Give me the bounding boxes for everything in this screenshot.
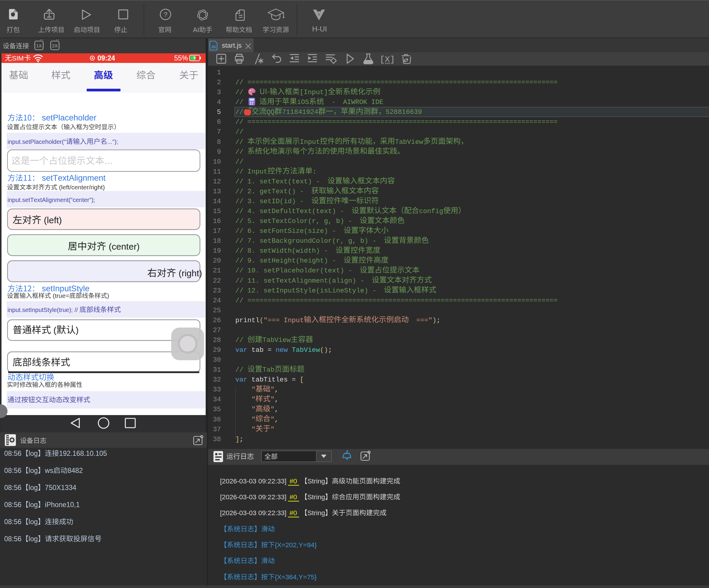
svg-text:19: 19 xyxy=(213,247,221,255)
svg-text:H-UI: H-UI xyxy=(312,25,327,33)
svg-text:1.: 1. xyxy=(247,178,256,186)
svg-text:26: 26 xyxy=(213,317,221,324)
svg-text:==============================: ========================================… xyxy=(247,79,558,86)
svg-text:20: 20 xyxy=(213,257,221,265)
svg-text:setBackgroundColor(r,: setBackgroundColor(r, xyxy=(260,237,344,245)
svg-text:#0: #0 xyxy=(290,493,297,501)
svg-text:28: 28 xyxy=(213,336,221,344)
svg-text:[2026-03-03: [2026-03-03 xyxy=(220,477,256,485)
svg-text:==============================: ========================================… xyxy=(247,118,558,126)
svg-text:(): () xyxy=(320,346,328,354)
svg-text:setTextColor(r,: setTextColor(r, xyxy=(260,217,320,225)
svg-text:-: - xyxy=(332,257,336,265)
svg-text:14: 14 xyxy=(213,197,221,205)
svg-text:32: 32 xyxy=(213,376,221,383)
svg-text:711841924: 711841924 xyxy=(282,108,318,116)
svg-text:09:22:33]: 09:22:33] xyxy=(258,509,287,517)
svg-text:input.setInputStyle(true);: input.setInputStyle(true); xyxy=(7,306,73,313)
svg-text://: // xyxy=(235,247,243,255)
svg-text:...");: ..."); xyxy=(107,138,118,145)
svg-text:g,: g, xyxy=(324,217,332,225)
svg-text:": " xyxy=(252,405,256,413)
svg-text:12: 12 xyxy=(213,178,221,186)
svg-text:-: - xyxy=(332,227,336,235)
svg-text:log: log xyxy=(28,518,38,526)
svg-text:b): b) xyxy=(336,217,344,225)
svg-text:start.js: start.js xyxy=(222,42,242,49)
svg-text:1X: 1X xyxy=(36,43,42,48)
svg-text:21: 21 xyxy=(213,267,221,274)
svg-text:09:22:33]: 09:22:33] xyxy=(258,477,287,485)
svg-text://: // xyxy=(235,138,243,146)
svg-text:TabView: TabView xyxy=(395,138,424,146)
svg-text://: // xyxy=(235,227,243,235)
svg-text:String: String xyxy=(308,509,325,517)
svg-text:1: 1 xyxy=(217,69,221,76)
svg-text:08:56: 08:56 xyxy=(4,466,22,474)
svg-text:{X=364,Y=75}: {X=364,Y=75} xyxy=(274,573,317,581)
svg-text:Tab: Tab xyxy=(262,366,274,374)
svg-text:log: log xyxy=(28,535,38,543)
svg-text:iOS: iOS xyxy=(297,98,309,106)
svg-text:10: 10 xyxy=(213,158,221,166)
svg-text:ws: ws xyxy=(45,466,53,474)
svg-text:": " xyxy=(270,416,274,424)
svg-text:Input: Input xyxy=(284,317,304,324)
svg-text:,: , xyxy=(274,386,279,394)
svg-text://: // xyxy=(235,79,243,86)
svg-text:===": ===" xyxy=(416,317,432,324)
svg-text://: // xyxy=(235,207,243,215)
svg-text:7: 7 xyxy=(217,128,221,136)
svg-text:09:24: 09:24 xyxy=(98,54,115,62)
svg-text:=: = xyxy=(268,346,271,354)
svg-text:new: new xyxy=(275,346,288,354)
svg-text:setInputStyle: setInputStyle xyxy=(42,284,89,293)
svg-text://: // xyxy=(235,217,243,225)
svg-text:": " xyxy=(252,426,256,433)
svg-text:-: - xyxy=(316,178,320,186)
svg-text:"===: "=== xyxy=(264,317,280,324)
svg-text:-: - xyxy=(300,197,304,205)
svg-text:": " xyxy=(252,396,256,403)
svg-text:(: ( xyxy=(260,317,264,324)
svg-text://: // xyxy=(235,88,243,96)
svg-text:=: = xyxy=(292,376,296,383)
svg-text://: // xyxy=(235,257,243,265)
svg-text:": " xyxy=(270,396,274,403)
svg-text:-: - xyxy=(360,277,364,285)
svg-text:setText(text): setText(text) xyxy=(260,178,312,186)
svg-text://: // xyxy=(235,336,243,344)
svg-text:24: 24 xyxy=(213,297,221,304)
svg-text://: // xyxy=(235,158,243,166)
svg-text://: // xyxy=(235,188,243,195)
svg-text:String: String xyxy=(308,477,325,485)
svg-text:08:56: 08:56 xyxy=(4,450,22,457)
svg-text:?: ? xyxy=(164,11,167,18)
svg-text://: // xyxy=(74,306,78,313)
svg-text:setInputStyle(isLineStyle): setInputStyle(isLineStyle) xyxy=(264,287,368,295)
svg-text:Input: Input xyxy=(300,138,320,146)
svg-text:2.: 2. xyxy=(247,188,256,195)
svg-text:log: log xyxy=(28,501,38,509)
svg-text:31: 31 xyxy=(213,366,221,374)
svg-text:": " xyxy=(252,416,256,424)
svg-text:9: 9 xyxy=(217,148,221,156)
svg-text:[Input]: [Input] xyxy=(300,88,328,96)
svg-text:6.: 6. xyxy=(247,227,256,235)
svg-text:==============================: ========================================… xyxy=(247,297,558,304)
svg-text:setDefultText(text): setDefultText(text) xyxy=(260,207,336,215)
svg-text:2X: 2X xyxy=(52,43,57,48)
svg-text://: // xyxy=(235,148,243,156)
svg-text:var: var xyxy=(235,376,247,383)
svg-text:input.setPlaceholder(": input.setPlaceholder(" xyxy=(7,138,66,145)
svg-text:-: - xyxy=(324,247,328,255)
svg-text:13: 13 xyxy=(213,188,221,195)
svg-text:23: 23 xyxy=(213,287,221,295)
svg-text:11: 11 xyxy=(213,168,221,176)
svg-text:;: ; xyxy=(437,317,440,324)
svg-text://: // xyxy=(235,128,243,136)
svg-text://: // xyxy=(235,98,243,106)
svg-text:IDE: IDE xyxy=(371,98,384,106)
svg-text:AIWROK: AIWROK xyxy=(343,98,367,106)
svg-text:192.168.10.105: 192.168.10.105 xyxy=(59,450,107,457)
